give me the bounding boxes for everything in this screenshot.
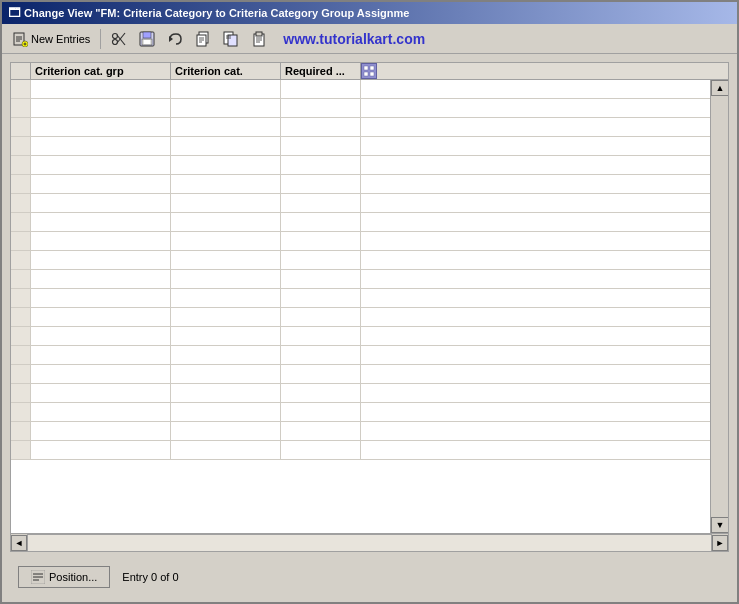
row-checkbox-6[interactable] (11, 194, 31, 212)
table-row[interactable] (11, 289, 710, 308)
row-criterion-cat-grp-4[interactable] (31, 156, 171, 174)
row-criterion-cat-9[interactable] (171, 251, 281, 269)
row-criterion-cat-grp-14[interactable] (31, 346, 171, 364)
row-required-9[interactable] (281, 251, 361, 269)
row-criterion-cat-16[interactable] (171, 384, 281, 402)
paste-button[interactable] (247, 29, 271, 49)
row-criterion-cat-grp-3[interactable] (31, 137, 171, 155)
settings-icon[interactable] (361, 63, 377, 79)
row-required-15[interactable] (281, 365, 361, 383)
row-criterion-cat-3[interactable] (171, 137, 281, 155)
row-checkbox-5[interactable] (11, 175, 31, 193)
table-row[interactable] (11, 365, 710, 384)
table-row[interactable] (11, 156, 710, 175)
row-checkbox-19[interactable] (11, 441, 31, 459)
scissors-button[interactable] (107, 29, 131, 49)
row-required-1[interactable] (281, 99, 361, 117)
row-required-18[interactable] (281, 422, 361, 440)
row-required-4[interactable] (281, 156, 361, 174)
row-criterion-cat-grp-18[interactable] (31, 422, 171, 440)
row-checkbox-9[interactable] (11, 251, 31, 269)
row-criterion-cat-5[interactable] (171, 175, 281, 193)
table-row[interactable] (11, 175, 710, 194)
row-checkbox-3[interactable] (11, 137, 31, 155)
table-row[interactable] (11, 251, 710, 270)
row-criterion-cat-13[interactable] (171, 327, 281, 345)
row-checkbox-13[interactable] (11, 327, 31, 345)
row-checkbox-2[interactable] (11, 118, 31, 136)
table-row[interactable] (11, 384, 710, 403)
row-criterion-cat-grp-2[interactable] (31, 118, 171, 136)
row-criterion-cat-8[interactable] (171, 232, 281, 250)
position-button[interactable]: Position... (18, 566, 110, 588)
row-required-13[interactable] (281, 327, 361, 345)
new-entries-button[interactable]: New Entries (8, 29, 94, 49)
table-row[interactable] (11, 346, 710, 365)
row-criterion-cat-grp-17[interactable] (31, 403, 171, 421)
row-criterion-cat-4[interactable] (171, 156, 281, 174)
table-row[interactable] (11, 327, 710, 346)
table-row[interactable] (11, 137, 710, 156)
row-checkbox-4[interactable] (11, 156, 31, 174)
row-criterion-cat-10[interactable] (171, 270, 281, 288)
row-criterion-cat-grp-6[interactable] (31, 194, 171, 212)
table-row[interactable] (11, 118, 710, 137)
row-criterion-cat-12[interactable] (171, 308, 281, 326)
row-criterion-cat-grp-16[interactable] (31, 384, 171, 402)
copy-button[interactable] (191, 29, 215, 49)
scroll-right-button[interactable]: ► (712, 535, 728, 551)
row-criterion-cat-19[interactable] (171, 441, 281, 459)
row-required-6[interactable] (281, 194, 361, 212)
row-required-0[interactable] (281, 80, 361, 98)
row-criterion-cat-7[interactable] (171, 213, 281, 231)
row-criterion-cat-18[interactable] (171, 422, 281, 440)
row-required-11[interactable] (281, 289, 361, 307)
row-criterion-cat-17[interactable] (171, 403, 281, 421)
row-checkbox-12[interactable] (11, 308, 31, 326)
row-criterion-cat-14[interactable] (171, 346, 281, 364)
row-checkbox-8[interactable] (11, 232, 31, 250)
row-required-10[interactable] (281, 270, 361, 288)
row-criterion-cat-grp-10[interactable] (31, 270, 171, 288)
table-row[interactable] (11, 441, 710, 460)
table-row[interactable] (11, 422, 710, 441)
row-criterion-cat-15[interactable] (171, 365, 281, 383)
row-criterion-cat-grp-0[interactable] (31, 80, 171, 98)
table-row[interactable] (11, 213, 710, 232)
scroll-down-button[interactable]: ▼ (711, 517, 728, 533)
row-required-5[interactable] (281, 175, 361, 193)
row-required-8[interactable] (281, 232, 361, 250)
row-criterion-cat-grp-12[interactable] (31, 308, 171, 326)
table-row[interactable] (11, 80, 710, 99)
row-required-3[interactable] (281, 137, 361, 155)
row-criterion-cat-0[interactable] (171, 80, 281, 98)
row-checkbox-11[interactable] (11, 289, 31, 307)
save-button[interactable] (135, 29, 159, 49)
row-checkbox-1[interactable] (11, 99, 31, 117)
row-required-16[interactable] (281, 384, 361, 402)
copy2-button[interactable] (219, 29, 243, 49)
row-checkbox-16[interactable] (11, 384, 31, 402)
table-row[interactable] (11, 308, 710, 327)
row-checkbox-7[interactable] (11, 213, 31, 231)
row-criterion-cat-grp-7[interactable] (31, 213, 171, 231)
row-required-19[interactable] (281, 441, 361, 459)
scroll-left-button[interactable]: ◄ (11, 535, 27, 551)
row-criterion-cat-grp-11[interactable] (31, 289, 171, 307)
row-required-17[interactable] (281, 403, 361, 421)
row-checkbox-15[interactable] (11, 365, 31, 383)
row-criterion-cat-grp-8[interactable] (31, 232, 171, 250)
table-row[interactable] (11, 194, 710, 213)
row-criterion-cat-grp-13[interactable] (31, 327, 171, 345)
row-checkbox-18[interactable] (11, 422, 31, 440)
row-criterion-cat-grp-9[interactable] (31, 251, 171, 269)
table-row[interactable] (11, 403, 710, 422)
row-criterion-cat-grp-1[interactable] (31, 99, 171, 117)
row-criterion-cat-2[interactable] (171, 118, 281, 136)
row-required-12[interactable] (281, 308, 361, 326)
row-criterion-cat-6[interactable] (171, 194, 281, 212)
row-criterion-cat-grp-19[interactable] (31, 441, 171, 459)
row-checkbox-10[interactable] (11, 270, 31, 288)
row-required-7[interactable] (281, 213, 361, 231)
row-required-14[interactable] (281, 346, 361, 364)
